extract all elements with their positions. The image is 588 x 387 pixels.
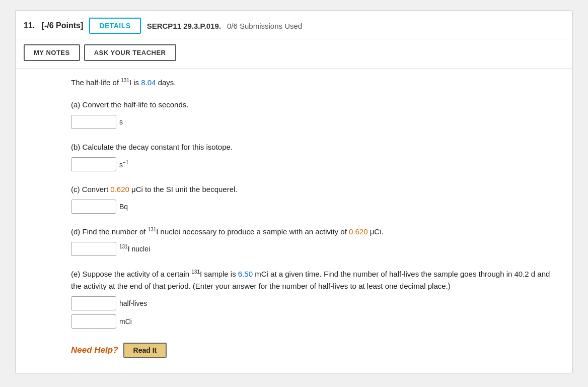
part-d-label: (d) Find the number of 131I nuclei neces… [71, 226, 557, 238]
ask-teacher-button[interactable]: ASK YOUR TEACHER [84, 44, 176, 61]
question-content: The half-life of 131I is 8.04 days. (a) … [16, 68, 572, 373]
need-help-row: Need Help? Read It [71, 343, 557, 363]
question-header: 11. [-/6 Points] DETAILS SERCP11 29.3.P.… [16, 11, 572, 39]
part-e-value: 6.50 [238, 270, 253, 278]
part-b-label: (b) Calculate the decay constant for thi… [71, 141, 557, 153]
my-notes-button[interactable]: MY NOTES [24, 44, 80, 61]
part-e-mci-row: mCi [71, 314, 557, 329]
part-e: (e) Suppose the activity of a certain 13… [71, 268, 557, 329]
half-life-value: 8.04 [141, 78, 156, 87]
part-d-value: 0.620 [349, 227, 368, 236]
part-a: (a) Convert the half-life to seconds. s [71, 99, 557, 129]
submissions-info: 0/6 Submissions Used [227, 22, 302, 30]
isotope-superscript: 131 [121, 78, 129, 83]
part-d-input[interactable] [71, 242, 116, 256]
part-a-input[interactable] [71, 115, 116, 129]
action-buttons-row: MY NOTES ASK YOUR TEACHER [16, 39, 572, 68]
part-b-unit: s−1 [119, 160, 128, 169]
part-c-input[interactable] [71, 200, 116, 214]
part-a-input-row: s [71, 115, 557, 129]
part-a-unit: s [119, 118, 123, 126]
part-e-isotope-sup: 131 [191, 269, 200, 275]
part-d-input-row: 131I nuclei [71, 242, 557, 256]
question-block: 11. [-/6 Points] DETAILS SERCP11 29.3.P.… [15, 10, 573, 373]
part-c-input-row: Bq [71, 200, 557, 214]
part-e-halflives-row: half-lives [71, 296, 557, 310]
part-b-input[interactable] [71, 157, 116, 171]
question-code: SERCP11 29.3.P.019. [147, 22, 221, 30]
part-e-mci-unit: mCi [119, 317, 132, 326]
part-c-label: (c) Convert 0.620 μCi to the SI unit the… [71, 183, 557, 196]
part-d-isotope-sup: 131 [148, 227, 157, 232]
read-it-button[interactable]: Read It [123, 343, 167, 358]
part-c-unit: Bq [119, 203, 128, 211]
details-button[interactable]: DETAILS [89, 18, 140, 34]
part-e-halflives-input[interactable] [71, 296, 116, 310]
question-number: 11. [-/6 Points] [24, 21, 83, 30]
part-d-unit: 131I nuclei [119, 245, 150, 253]
part-e-halflives-unit: half-lives [119, 299, 147, 307]
part-e-label: (e) Suppose the activity of a certain 13… [71, 268, 557, 292]
part-e-mci-input[interactable] [71, 314, 116, 329]
part-a-label: (a) Convert the half-life to seconds. [71, 99, 557, 111]
page-container: 11. [-/6 Points] DETAILS SERCP11 29.3.P.… [5, 5, 583, 387]
part-b-input-row: s−1 [71, 157, 557, 171]
part-b: (b) Calculate the decay constant for thi… [71, 141, 557, 171]
part-c-value: 0.620 [110, 185, 129, 194]
need-help-label: Need Help? [71, 345, 118, 355]
part-c: (c) Convert 0.620 μCi to the SI unit the… [71, 183, 557, 214]
part-d: (d) Find the number of 131I nuclei neces… [71, 226, 557, 256]
problem-statement: The half-life of 131I is 8.04 days. [71, 77, 557, 89]
